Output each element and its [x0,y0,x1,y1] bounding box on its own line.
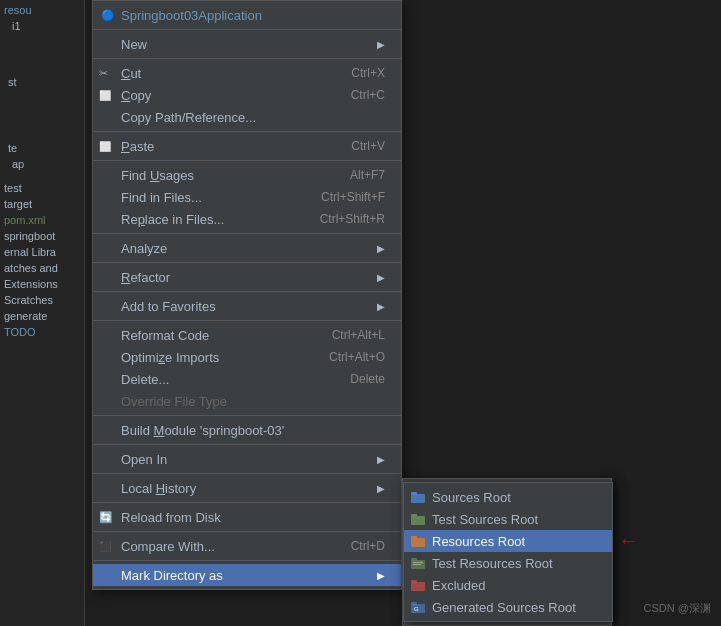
menu-item-reformat[interactable]: Reformat Code Ctrl+Alt+L [93,324,401,346]
sidebar-item-gen: generate [0,308,84,324]
menu-item-build-module-label: Build Module 'springboot-03' [121,423,385,438]
svg-rect-4 [411,538,425,547]
cut-icon: ✂ [99,67,108,80]
separator [93,502,401,503]
sidebar-item: i1 [0,18,84,34]
sources-root-label: Sources Root [432,490,600,505]
menu-item-reload[interactable]: 🔄 Reload from Disk [93,506,401,528]
menu-item-paste-label: Paste [121,139,331,154]
menu-item-add-favorites[interactable]: Add to Favorites ▶ [93,295,401,317]
menu-item-new-label: New [121,37,371,52]
submenu-mark-directory: Sources Root Test Sources Root Resources… [402,478,612,626]
menu-item-find-usages[interactable]: Find Usages Alt+F7 [93,164,401,186]
sidebar-item-ext: Extensions [0,276,84,292]
svg-rect-9 [413,564,421,565]
menu-item-mark-directory-label: Mark Directory as [121,568,371,583]
excluded-label: Excluded [432,578,600,593]
separator [93,531,401,532]
favorites-arrow: ▶ [377,301,385,312]
submenu-item-test-resources-root[interactable]: Test Resources Root [404,552,612,574]
menu-item-delete[interactable]: Delete... Delete [93,368,401,390]
menu-item-optimize[interactable]: Optimize Imports Ctrl+Alt+O [93,346,401,368]
svg-rect-3 [411,514,417,517]
menu-item-cut-label: Cut [121,66,331,81]
menu-item-find-files[interactable]: Find in Files... Ctrl+Shift+F [93,186,401,208]
menu-item-mark-directory[interactable]: Mark Directory as ▶ [93,564,401,586]
menu-item-compare-label: Compare With... [121,539,331,554]
menu-item-find-usages-label: Find Usages [121,168,330,183]
svg-rect-7 [411,558,417,561]
find-usages-shortcut: Alt+F7 [350,168,385,182]
separator [93,560,401,561]
svg-rect-5 [411,536,417,539]
separator [93,444,401,445]
menu-item-compare[interactable]: ⬛ Compare With... Ctrl+D [93,535,401,557]
menu-item-delete-label: Delete... [121,372,330,387]
menu-item-local-history[interactable]: Local History ▶ [93,477,401,499]
sidebar-item: ap [0,156,84,172]
svg-rect-0 [411,494,425,503]
menu-item-refactor[interactable]: Refactor ▶ [93,266,401,288]
test-resources-root-label: Test Resources Root [432,556,600,571]
menu-item-open-in[interactable]: Open In ▶ [93,448,401,470]
sidebar-item: st [0,74,84,90]
menu-item-copy-path-label: Copy Path/Reference... [121,110,385,125]
separator [93,291,401,292]
submenu-item-generated-sources-root[interactable]: G Generated Sources Root [404,596,612,618]
menu-item-optimize-label: Optimize Imports [121,350,309,365]
sidebar-item-libs: ernal Libra [0,244,84,260]
menu-item-reload-label: Reload from Disk [121,510,385,525]
svg-rect-1 [411,492,417,495]
sidebar-title: resou [0,0,84,18]
copy-shortcut: Ctrl+C [351,88,385,102]
sources-root-icon [410,489,426,505]
menu-item-copy[interactable]: ⬜ Copy Ctrl+C [93,84,401,106]
separator [93,233,401,234]
submenu-item-excluded[interactable]: Excluded [404,574,612,596]
menu-item-analyze-label: Analyze [121,241,371,256]
cut-shortcut: Ctrl+X [351,66,385,80]
optimize-shortcut: Ctrl+Alt+O [329,350,385,364]
svg-rect-11 [411,580,417,583]
menu-item-add-favorites-label: Add to Favorites [121,299,371,314]
sidebar-item: te [0,140,84,156]
watermark-text: CSDN @深渊 [644,601,711,616]
sidebar-item-springboot: springboot [0,228,84,244]
menu-item-analyze[interactable]: Analyze ▶ [93,237,401,259]
test-sources-root-label: Test Sources Root [432,512,600,527]
menu-item-replace-files-label: Replace in Files... [121,212,300,227]
sidebar-panel: resou i1 st te ap test target pom.xml sp… [0,0,85,626]
menu-item-replace-files[interactable]: Replace in Files... Ctrl+Shift+R [93,208,401,230]
test-resources-root-icon [410,555,426,571]
compare-shortcut: Ctrl+D [351,539,385,553]
analyze-arrow: ▶ [377,243,385,254]
submenu-item-resources-root[interactable]: Resources Root ← [404,530,612,552]
svg-rect-13 [411,602,417,605]
menu-item-paste[interactable]: ⬜ Paste Ctrl+V [93,135,401,157]
sidebar-item-test: test [0,180,84,196]
menu-item-new-arrow: ▶ [377,39,385,50]
submenu-item-test-sources-root[interactable]: Test Sources Root [404,508,612,530]
refactor-arrow: ▶ [377,272,385,283]
separator [93,320,401,321]
svg-rect-2 [411,516,425,525]
resources-root-icon [410,533,426,549]
submenu-item-sources-root[interactable]: Sources Root [404,486,612,508]
copy-icon: ⬜ [99,90,111,101]
sidebar-item-target: target [0,196,84,212]
menu-item-override-filetype: Override File Type [93,390,401,412]
menu-item-copy-path[interactable]: Copy Path/Reference... [93,106,401,128]
test-sources-root-icon [410,511,426,527]
menu-item-new[interactable]: New ▶ [93,33,401,55]
sidebar-item-scratches: atches and [0,260,84,276]
menu-item-cut[interactable]: ✂ Cut Ctrl+X [93,62,401,84]
sidebar-item-scratch: Scratches [0,292,84,308]
menu-item-refactor-label: Refactor [121,270,371,285]
context-menu-title: 🔵 Springboot03Application [93,4,401,26]
generated-sources-root-label: Generated Sources Root [432,600,600,615]
sidebar-item-pom: pom.xml [0,212,84,228]
generated-sources-root-icon: G [410,599,426,615]
menu-item-copy-label: Copy [121,88,331,103]
excluded-icon [410,577,426,593]
menu-item-build-module[interactable]: Build Module 'springboot-03' [93,419,401,441]
